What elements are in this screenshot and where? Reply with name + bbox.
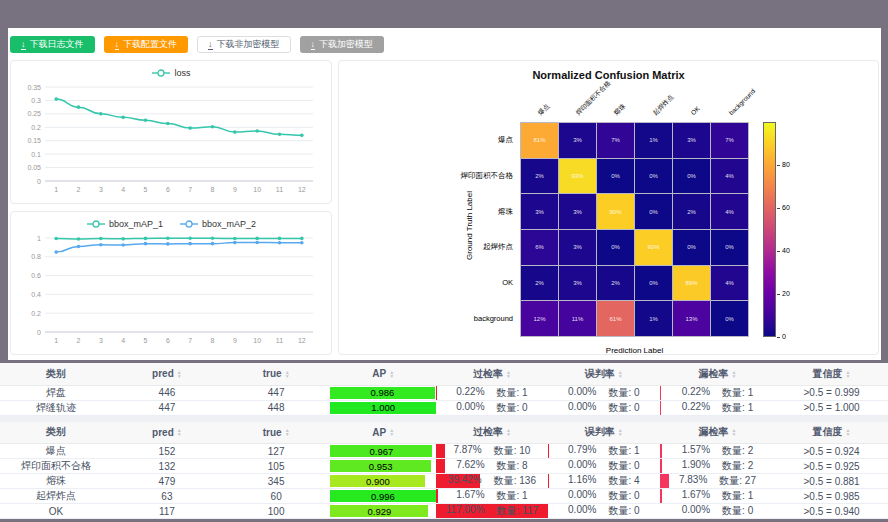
count-value: 0 bbox=[634, 460, 640, 471]
legend-item-bbox_mAP_2[interactable]: bbox_mAP_2 bbox=[179, 219, 256, 229]
sort-caret-icon[interactable]: ▲▼ bbox=[731, 370, 736, 378]
metrics-tables: 类别pred▲▼true▲▼AP▲▼过检率▲▼误判率▲▼漏检率▲▼置信度▲▼焊盘… bbox=[0, 363, 888, 519]
cell-miss-rate: 1.67%数量: 1 bbox=[660, 489, 775, 504]
svg-text:5: 5 bbox=[144, 337, 148, 344]
column-header-ap[interactable]: AP▲▼ bbox=[330, 422, 436, 444]
cm-cell: 0% bbox=[597, 230, 634, 265]
sort-caret-icon[interactable]: ▲▼ bbox=[177, 428, 182, 436]
column-header-category: 类别 bbox=[0, 363, 112, 385]
column-header-pred[interactable]: pred▲▼ bbox=[112, 363, 222, 385]
svg-text:7: 7 bbox=[188, 337, 192, 344]
cell-true: 105 bbox=[222, 459, 330, 474]
count-value: 1 bbox=[522, 387, 528, 398]
column-header-misjudge-rate[interactable]: 误判率▲▼ bbox=[548, 363, 660, 385]
column-header-confidence[interactable]: 置信度▲▼ bbox=[775, 422, 888, 444]
table-row: 起焊炸点63600.9961.67%数量: 10.00%数量: 01.67%数量… bbox=[0, 489, 888, 504]
column-header-miss-rate[interactable]: 漏检率▲▼ bbox=[660, 422, 775, 444]
cell-true: 127 bbox=[222, 444, 330, 459]
sort-caret-icon[interactable]: ▲▼ bbox=[285, 428, 290, 436]
count-label: 数量: bbox=[608, 490, 631, 501]
column-header-miss-rate[interactable]: 漏检率▲▼ bbox=[660, 363, 775, 385]
column-header-label: 漏检率 bbox=[698, 425, 728, 439]
cm-cell: 0% bbox=[635, 194, 672, 229]
column-header-true[interactable]: true▲▼ bbox=[222, 422, 330, 444]
column-header-label: 漏检率 bbox=[698, 367, 728, 381]
ap-bar: 0.986 bbox=[330, 387, 434, 399]
cell-category: OK bbox=[0, 504, 112, 519]
column-header-category: 类别 bbox=[0, 422, 112, 444]
cell-pred: 63 bbox=[112, 489, 222, 504]
cm-colorbar-tick-mark bbox=[777, 165, 780, 166]
sort-caret-icon[interactable]: ▲▼ bbox=[389, 370, 394, 378]
svg-text:0.25: 0.25 bbox=[27, 110, 41, 117]
column-header-inner: 类别 bbox=[46, 367, 66, 381]
cell-mis-rate: 0.00%数量: 0 bbox=[548, 400, 660, 415]
sort-caret-icon[interactable]: ▲▼ bbox=[389, 428, 394, 436]
cm-heatmap-grid: 81%3%7%1%3%7%2%93%0%0%0%4%3%3%90%0%2%4%6… bbox=[520, 122, 749, 337]
mis-rate-count: 数量: 0 bbox=[608, 459, 639, 473]
sort-caret-icon[interactable]: ▲▼ bbox=[177, 370, 182, 378]
count-label: 数量: bbox=[497, 490, 520, 501]
column-header-true[interactable]: true▲▼ bbox=[222, 363, 330, 385]
miss-rate-count: 数量: 27 bbox=[719, 474, 756, 488]
sort-caret-icon[interactable]: ▲▼ bbox=[846, 428, 851, 436]
cell-ap: 0.967 bbox=[330, 444, 436, 459]
count-label: 数量: bbox=[497, 505, 520, 516]
column-header-confidence[interactable]: 置信度▲▼ bbox=[775, 363, 888, 385]
cell-true-text: 100 bbox=[268, 506, 285, 517]
download-button-4[interactable]: ↓下载加密模型 bbox=[300, 36, 385, 53]
sort-caret-icon[interactable]: ▲▼ bbox=[846, 370, 851, 378]
chart-legend: bbox_mAP_1bbox_mAP_2 bbox=[17, 216, 325, 232]
column-header-over-rate[interactable]: 过检率▲▼ bbox=[436, 422, 548, 444]
svg-text:1: 1 bbox=[37, 235, 41, 242]
cm-cell: 81% bbox=[521, 123, 558, 158]
over-rate-content: 0.00%数量: 0 bbox=[436, 401, 548, 415]
miss-rate-percent: 1.90% bbox=[682, 459, 710, 473]
sort-caret-icon[interactable]: ▲▼ bbox=[618, 428, 623, 436]
sort-caret-icon[interactable]: ▲▼ bbox=[731, 428, 736, 436]
cm-column-label: 焊印面积不合格 bbox=[575, 79, 613, 117]
count-label: 数量: bbox=[497, 387, 520, 398]
column-header-label: 过检率 bbox=[473, 367, 503, 381]
column-header-inner: true▲▼ bbox=[263, 427, 290, 438]
svg-text:10: 10 bbox=[253, 186, 261, 193]
sort-caret-icon[interactable]: ▲▼ bbox=[506, 428, 511, 436]
cm-cell: 3% bbox=[673, 123, 710, 158]
sort-caret-icon[interactable]: ▲▼ bbox=[506, 370, 511, 378]
sort-caret-icon[interactable]: ▲▼ bbox=[618, 370, 623, 378]
legend-item-bbox_mAP_1[interactable]: bbox_mAP_1 bbox=[86, 219, 163, 229]
count-value: 2 bbox=[748, 445, 754, 456]
count-value: 117 bbox=[522, 505, 538, 516]
column-header-label: pred bbox=[152, 427, 174, 438]
cell-confidence: >0.5 = 0.999 bbox=[775, 385, 888, 400]
cell-confidence: >0.5 = 0.881 bbox=[775, 474, 888, 489]
cm-colorbar-tick-label: 0 bbox=[782, 333, 786, 340]
download-button-2[interactable]: ↓下载配置文件 bbox=[104, 36, 189, 53]
miss-rate-count: 数量: 1 bbox=[722, 401, 753, 415]
cm-column-label: OK bbox=[689, 105, 701, 117]
cell-pred-text: 447 bbox=[159, 402, 176, 413]
count-label: 数量: bbox=[722, 387, 745, 398]
cm-cell: 4% bbox=[711, 194, 748, 229]
count-label: 数量: bbox=[719, 475, 742, 486]
cell-pred: 447 bbox=[112, 400, 222, 415]
ap-value: 0.929 bbox=[368, 506, 392, 517]
legend-item-loss[interactable]: loss bbox=[151, 68, 190, 78]
column-header-pred[interactable]: pred▲▼ bbox=[112, 422, 222, 444]
svg-text:2: 2 bbox=[77, 337, 81, 344]
svg-text:11: 11 bbox=[276, 186, 283, 193]
column-header-over-rate[interactable]: 过检率▲▼ bbox=[436, 363, 548, 385]
sort-caret-icon[interactable]: ▲▼ bbox=[285, 370, 290, 378]
cell-category-text: 爆点 bbox=[46, 445, 66, 456]
download-button-1[interactable]: ↓下载日志文件 bbox=[10, 36, 95, 53]
column-header-label: 类别 bbox=[46, 425, 66, 439]
count-value: 0 bbox=[634, 387, 640, 398]
column-header-ap[interactable]: AP▲▼ bbox=[330, 363, 436, 385]
column-header-inner: pred▲▼ bbox=[152, 427, 182, 438]
cell-ap: 0.929 bbox=[330, 504, 436, 519]
column-header-misjudge-rate[interactable]: 误判率▲▼ bbox=[548, 422, 660, 444]
cm-cell: 1% bbox=[635, 301, 672, 336]
miss-rate-count: 数量: 2 bbox=[722, 444, 753, 458]
count-label: 数量: bbox=[722, 445, 745, 456]
download-button-3[interactable]: ↓下载非加密模型 bbox=[197, 36, 291, 53]
